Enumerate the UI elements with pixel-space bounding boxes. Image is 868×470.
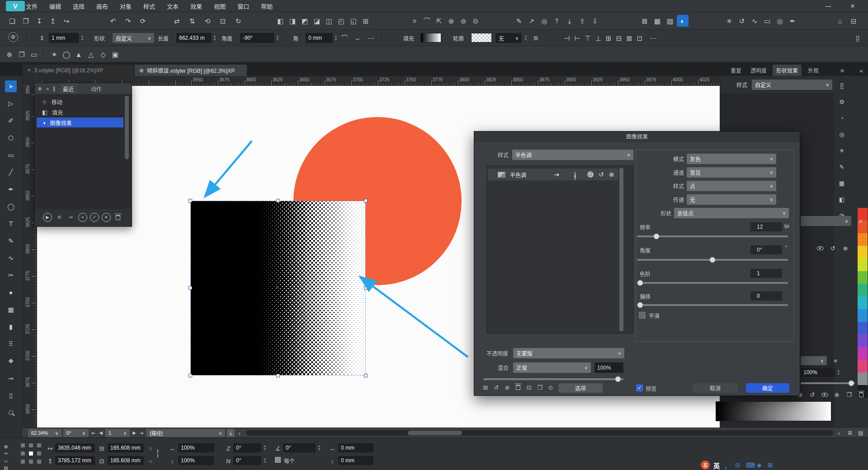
option-toggle-icon[interactable]: ⊙ bbox=[546, 382, 556, 392]
recent-scrollbar[interactable] bbox=[125, 96, 129, 159]
tab-actions[interactable]: 动作 bbox=[87, 83, 105, 94]
cancel-button[interactable]: 取消 bbox=[693, 383, 738, 393]
filter-action-icon[interactable]: ≔ bbox=[66, 213, 75, 222]
align-top-icon[interactable]: ⊤ bbox=[583, 32, 593, 44]
selection-handle[interactable] bbox=[189, 199, 192, 202]
transfer-select[interactable]: 无∨ bbox=[687, 194, 776, 205]
menu-item[interactable]: 窗口 bbox=[231, 0, 255, 12]
blend-percent-field[interactable]: 100% bbox=[594, 362, 623, 373]
color-swatch[interactable] bbox=[858, 334, 868, 347]
shape-select-icon[interactable]: ◇ bbox=[97, 48, 109, 60]
rect-tool-icon[interactable]: ▮ bbox=[5, 321, 17, 333]
effect-list-scrollbar[interactable] bbox=[619, 168, 623, 331]
polygon-select-icon[interactable]: △ bbox=[85, 48, 97, 60]
ime-lang-indicator[interactable]: 英 bbox=[713, 461, 720, 470]
dots-tool-icon[interactable]: ⠿ bbox=[5, 338, 17, 350]
angle-stepper[interactable]: ▲▼ bbox=[275, 33, 280, 43]
width-field[interactable]: 165.608 mm bbox=[108, 443, 144, 452]
levels-slider[interactable] bbox=[637, 282, 788, 284]
knife-tool-icon[interactable]: ✂ bbox=[5, 269, 17, 281]
close-button[interactable]: ✕ bbox=[844, 0, 862, 12]
effect-reset-icon[interactable]: ↺ bbox=[599, 171, 604, 178]
more-arc-icon[interactable]: ⋯ bbox=[365, 32, 377, 44]
menu-item[interactable]: 帮助 bbox=[255, 0, 278, 12]
skew-x-stepper[interactable]: ▲▼ bbox=[262, 443, 268, 452]
fill-swatch[interactable] bbox=[420, 33, 441, 42]
eyedropper-tool-icon[interactable]: ⊸ bbox=[5, 372, 17, 384]
menu-item[interactable]: 文件 bbox=[20, 0, 43, 12]
adjust-icon[interactable]: ◔ bbox=[836, 112, 848, 124]
space-h-icon[interactable]: ⊠ bbox=[624, 32, 634, 44]
length-stepper[interactable]: ▲▼ bbox=[212, 33, 217, 43]
color-swatch[interactable] bbox=[858, 233, 868, 246]
panel-collapse-icon[interactable]: « bbox=[855, 65, 867, 76]
zoom-tool-icon[interactable] bbox=[5, 407, 17, 418]
color-swatch[interactable] bbox=[858, 309, 868, 322]
document-tab-active[interactable]: ⊗ 倾斜错误.vstyler [RGB] [@62.3%]XP bbox=[135, 65, 247, 76]
height-lock-icon[interactable]: ○ bbox=[145, 455, 156, 467]
circle-tool-icon[interactable]: ● bbox=[5, 287, 17, 298]
selection-handle[interactable] bbox=[364, 199, 368, 202]
selection-center-marker[interactable]: ✕ bbox=[275, 285, 279, 291]
image-trace-icon[interactable]: ▲ bbox=[73, 48, 85, 60]
gradient-preview-bar[interactable] bbox=[716, 401, 831, 421]
align-top-icon[interactable]: ⤒ bbox=[551, 15, 563, 27]
more-props-icon[interactable]: ⋯ bbox=[647, 32, 659, 44]
props-grid-icon[interactable]: ⣿ bbox=[852, 32, 863, 44]
swatch-panel-icon[interactable]: ◧ bbox=[836, 193, 848, 205]
recent-item[interactable]: ◧填充 bbox=[37, 107, 123, 117]
flip-vertical-icon[interactable]: ⇅ bbox=[186, 15, 198, 27]
corner-field[interactable]: 0 mm bbox=[306, 33, 333, 43]
arc-concave-icon[interactable]: ⌣ bbox=[352, 32, 363, 44]
blend-select[interactable]: 正常∨ bbox=[513, 362, 591, 373]
view-rotation-select[interactable]: 0°∨ bbox=[63, 429, 89, 437]
stroke-width-field[interactable]: 1 mm bbox=[49, 33, 79, 43]
no-style-icon[interactable]: ⊠ bbox=[639, 15, 651, 27]
rotate-object-icon[interactable]: ⟲ bbox=[202, 15, 213, 27]
grid-panel-icon[interactable]: ▦ bbox=[836, 177, 848, 189]
selection-tool-icon[interactable]: ➤ bbox=[5, 80, 17, 92]
color-swatch[interactable] bbox=[858, 322, 868, 334]
menu-item[interactable]: 画布 bbox=[90, 0, 114, 12]
undo-icon[interactable]: ↶ bbox=[107, 15, 119, 27]
magic-wand-icon[interactable]: ✶ bbox=[48, 48, 60, 60]
spray-tool-icon[interactable]: ✳ bbox=[723, 15, 735, 27]
panel-tab[interactable]: 形状效果 bbox=[773, 65, 802, 76]
lower-object-icon[interactable]: ⇩ bbox=[589, 15, 601, 27]
panel-close-icon[interactable]: ⊗ bbox=[36, 83, 44, 94]
menu-item[interactable]: 效果 bbox=[184, 0, 208, 12]
symbol-tool-icon[interactable]: ❖ bbox=[5, 355, 17, 367]
save-view-icon[interactable]: ⤓ bbox=[227, 429, 235, 437]
copy-effect-icon[interactable]: ❐ bbox=[535, 382, 545, 392]
color-swatch[interactable] bbox=[858, 246, 868, 258]
crop-icon[interactable]: ⌗ bbox=[409, 15, 420, 27]
align-left-icon[interactable]: ⊣ bbox=[562, 32, 572, 44]
pencil-tool-icon[interactable]: ✎ bbox=[5, 235, 17, 247]
frame-select-icon[interactable]: ▭ bbox=[28, 48, 40, 60]
reset-style-icon[interactable]: ↺ bbox=[827, 242, 839, 254]
open-file-icon[interactable]: ❐ bbox=[20, 15, 32, 27]
delete-effect-icon[interactable] bbox=[513, 382, 523, 392]
table-tool-icon[interactable]: ▦ bbox=[5, 304, 17, 315]
text-tool-icon[interactable]: T bbox=[5, 218, 17, 230]
stroke-width-stepper[interactable]: ▲▼ bbox=[80, 33, 85, 43]
duplicate-effect-icon[interactable]: ⊡ bbox=[524, 382, 534, 392]
edit-target-select[interactable]: {路径}∨ bbox=[146, 429, 225, 437]
shape-select[interactable]: 自定义∨ bbox=[113, 33, 154, 43]
share-icon[interactable]: ↪ bbox=[61, 15, 72, 27]
every-swatch[interactable] bbox=[275, 457, 281, 463]
edit-points-icon[interactable]: ✎ bbox=[513, 15, 525, 27]
menu-item[interactable]: 样式 bbox=[137, 0, 161, 12]
menu-item[interactable]: 编辑 bbox=[43, 0, 67, 12]
dot-style-select[interactable]: 点∨ bbox=[687, 181, 776, 191]
brush-tool-icon[interactable]: ∿ bbox=[5, 252, 17, 264]
duplicate-style-icon[interactable]: ❐ bbox=[843, 389, 855, 400]
wave-select-icon[interactable]: ∿ bbox=[749, 15, 760, 27]
menu-item[interactable]: 对象 bbox=[114, 0, 137, 12]
color-swatch[interactable] bbox=[858, 271, 868, 284]
angle-field[interactable]: -90° bbox=[240, 33, 274, 43]
mode-select[interactable]: 灰色∨ bbox=[687, 154, 776, 164]
reset-effects-icon[interactable]: ↺ bbox=[491, 382, 501, 392]
nib-tool-icon[interactable]: ✒ bbox=[787, 15, 798, 27]
selection-handle[interactable] bbox=[276, 374, 280, 377]
